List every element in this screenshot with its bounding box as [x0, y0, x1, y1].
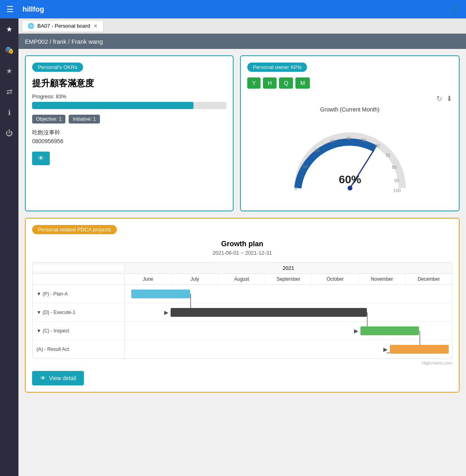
sidebar-icon-transfer[interactable]: ⇄: [4, 85, 15, 99]
eye-icon: 👁: [40, 375, 46, 381]
kpi-btn-m[interactable]: M: [295, 77, 310, 89]
gantt-year: 2021: [125, 265, 452, 271]
okr-sub-text1: 吃飽沒事幹: [32, 129, 226, 136]
gantt-month-october: October: [312, 274, 359, 284]
progress-label: Progress: 83%: [32, 93, 226, 99]
gantt-month-september: September: [265, 274, 312, 284]
breadcrumb: EMP002 / frank / Frank wang: [25, 38, 103, 45]
svg-text:40: 40: [346, 136, 351, 141]
gantt-month-june: June: [125, 274, 172, 284]
kpi-btn-q[interactable]: Q: [279, 77, 293, 89]
gantt-month-july: July: [172, 274, 219, 284]
gauge-svg: 0 10 20 30 40 50 60 70 80 90 100: [286, 120, 414, 200]
svg-point-12: [348, 186, 352, 190]
okr-sub-text2: 0800956956: [32, 138, 226, 144]
initiative-badge[interactable]: Initiative: 1: [69, 115, 100, 124]
kpi-card: Personal owner KPIs Y H Q M ↻ ⬇ Growth (…: [240, 55, 460, 211]
menu-icon[interactable]: ☰: [6, 4, 14, 14]
svg-text:80: 80: [392, 165, 397, 170]
gantt-label-execute: ▼ (D) - Execute-1: [33, 303, 125, 321]
gantt-bars-plan-a: [125, 285, 452, 303]
tab-globe-icon: 🌐: [28, 23, 34, 29]
svg-text:0: 0: [295, 186, 297, 191]
sidebar-icon-star2[interactable]: ★: [4, 64, 15, 78]
gantt-label-plan-a: ▼ (P) - Plan-A: [33, 285, 125, 303]
progress-bar-fill: [32, 102, 193, 109]
svg-text:70: 70: [385, 153, 390, 158]
okr-badge: Personal's OKRs: [32, 63, 83, 72]
refresh-icon[interactable]: ↻: [436, 94, 442, 103]
download-icon[interactable]: ⬇: [446, 94, 452, 103]
highcharts-credits: Highcharts.com: [32, 361, 452, 365]
chart-subtitle: 2021-06-01 ~ 2021-12-31: [32, 250, 452, 256]
kpi-btn-row: Y H Q M: [247, 77, 452, 89]
user-icon[interactable]: 👤: [450, 4, 460, 14]
brand-logo: hillfog: [22, 5, 44, 14]
gantt-label-result: (A) - Result Act: [33, 340, 125, 359]
gantt-month-december: December: [405, 274, 452, 284]
svg-text:60%: 60%: [338, 173, 361, 186]
gantt-bars-execute: ▶: [125, 303, 452, 321]
kpi-badge: Personal owner KPIs: [247, 63, 307, 72]
kpi-btn-h[interactable]: H: [263, 77, 277, 89]
svg-text:60: 60: [375, 143, 380, 148]
svg-text:20: 20: [315, 148, 319, 153]
gantt-chart: 2021 June July August September October …: [32, 262, 452, 359]
pdca-card: Personal related PDCA projects Growth pl…: [25, 218, 460, 393]
chart-title: Growth plan: [32, 240, 452, 248]
svg-text:100: 100: [393, 188, 401, 193]
gantt-row-inspect: ▼ (C) - Inspect ▶: [33, 322, 452, 340]
gauge-container: 0 10 20 30 40 50 60 70 80 90 100: [247, 116, 452, 204]
gantt-row-execute: ▼ (D) - Execute-1 ▶: [33, 303, 452, 322]
kpi-btn-y[interactable]: Y: [247, 77, 260, 89]
okr-card: Personal's OKRs 提升顧客滿意度 Progress: 83% Ob…: [25, 55, 234, 211]
pdca-badge: Personal related PDCA projects: [32, 225, 117, 234]
tab-label: BA07 - Personal board: [37, 23, 90, 29]
sidebar-icon-info[interactable]: ℹ: [6, 106, 13, 120]
sidebar-icon-power[interactable]: ⏻: [3, 127, 15, 140]
view-detail-label: View detail: [49, 375, 76, 381]
objective-badge[interactable]: Objective: 1: [32, 115, 65, 124]
gantt-bars-result: ▶: [125, 340, 452, 359]
tab-personal-board[interactable]: 🌐 BA07 - Personal board ✕: [22, 20, 104, 32]
sidebar-icon-star1[interactable]: ★: [4, 22, 15, 36]
progress-bar-bg: [32, 102, 226, 109]
gantt-bars-inspect: ▶: [125, 322, 452, 340]
okr-title: 提升顧客滿意度: [32, 77, 226, 89]
svg-text:10: 10: [303, 164, 307, 169]
gauge-title: Growth (Current Month): [247, 106, 452, 113]
gantt-month-august: August: [218, 274, 265, 284]
view-detail-button[interactable]: 👁 View detail: [32, 371, 84, 385]
tab-close-button[interactable]: ✕: [94, 23, 98, 29]
svg-text:30: 30: [330, 139, 335, 144]
gantt-label-inspect: ▼ (C) - Inspect: [33, 322, 125, 340]
svg-text:90: 90: [394, 178, 399, 183]
gantt-month-november: November: [359, 274, 406, 284]
sidebar-icon-face[interactable]: 🎭: [2, 43, 16, 57]
okr-view-button[interactable]: 👁: [32, 152, 50, 165]
gantt-row-result: (A) - Result Act ▶: [33, 340, 452, 359]
svg-text:50: 50: [361, 138, 366, 142]
gantt-row-plan-a: ▼ (P) - Plan-A: [33, 285, 452, 303]
